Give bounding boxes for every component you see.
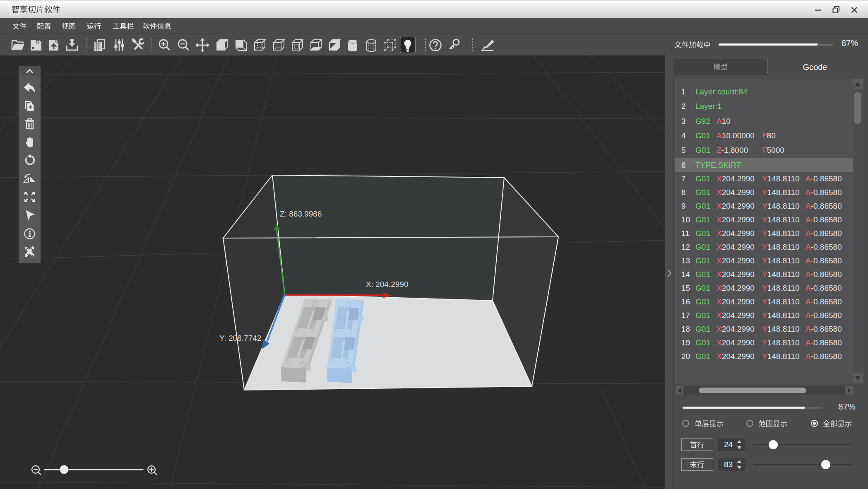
svg-text:Y: 208.7742: Y: 208.7742 [219, 334, 261, 342]
svg-text:X: 204.2990: X: 204.2990 [366, 280, 408, 289]
svg-text:Z: 863.9986: Z: 863.9986 [280, 210, 322, 218]
